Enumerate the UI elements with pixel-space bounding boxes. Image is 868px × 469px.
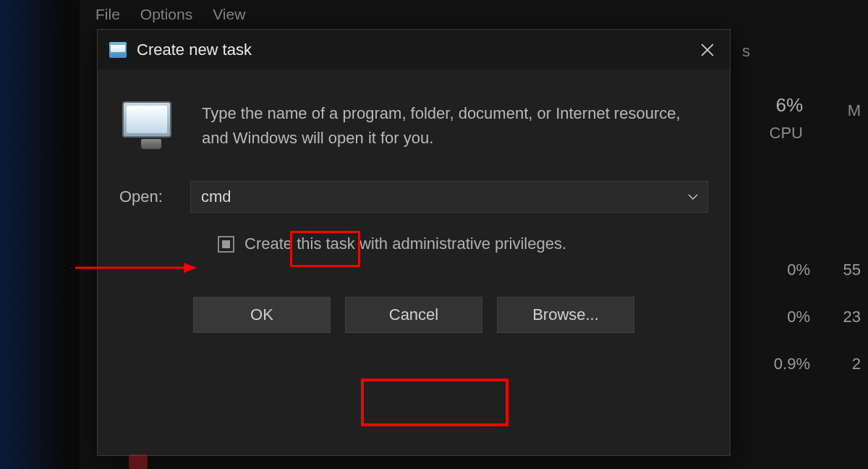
open-label: Open: [119, 187, 163, 206]
open-combobox[interactable] [190, 181, 708, 213]
cell-mem: 55 [832, 261, 861, 279]
cancel-button[interactable]: Cancel [345, 297, 482, 333]
close-button[interactable] [689, 35, 726, 64]
background-column-headers: 6% CPU M [731, 94, 861, 143]
monitor-icon [122, 101, 180, 152]
menu-file[interactable]: File [95, 6, 120, 23]
background-tab-fragment: s [742, 42, 750, 61]
background-data-rows: 0% 55 0% 23 0.9% 2 [745, 246, 861, 387]
background-app-icon [129, 455, 148, 469]
mem-label: M [832, 101, 861, 120]
table-row: 0.9% 2 [745, 340, 861, 387]
run-dialog-icon [109, 42, 127, 58]
admin-privileges-checkbox[interactable] [218, 236, 234, 253]
cell-cpu: 0% [745, 308, 810, 326]
annotation-ok-highlight [361, 379, 509, 426]
dialog-title: Create new task [137, 41, 689, 59]
desktop-edge [0, 0, 65, 469]
create-new-task-dialog: Create new task Type the name of a progr… [97, 29, 731, 456]
menu-view[interactable]: View [213, 6, 245, 23]
cpu-label: CPU [731, 124, 803, 143]
table-row: 0% 55 [745, 246, 861, 293]
cell-cpu: 0.9% [745, 355, 810, 373]
dialog-info-text: Type the name of a program, folder, docu… [202, 98, 708, 152]
chevron-down-icon[interactable] [678, 182, 707, 212]
ok-button[interactable]: OK [193, 297, 331, 333]
cpu-percent-header: 6% [731, 94, 803, 117]
cell-mem: 23 [832, 308, 861, 326]
admin-privileges-label: Create this task with administrative pri… [244, 234, 566, 253]
browse-button[interactable]: Browse... [497, 297, 634, 333]
close-icon [701, 43, 714, 56]
dialog-titlebar[interactable]: Create new task [98, 30, 730, 69]
open-input[interactable] [191, 187, 678, 206]
menu-options[interactable]: Options [140, 6, 192, 23]
background-menu-bar: File Options View [95, 6, 245, 23]
cell-cpu: 0% [745, 261, 810, 279]
table-row: 0% 23 [745, 293, 861, 340]
cell-mem: 2 [832, 355, 861, 373]
